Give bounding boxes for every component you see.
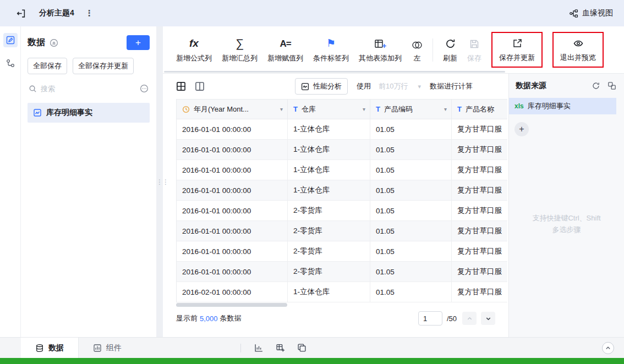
table-cell: 01.05 [370, 119, 452, 140]
column-header-1[interactable]: 年月(Year Mont...▾ [177, 100, 288, 119]
table-row: 2016-01-01 00:00:002-零货库01.05复方甘草口服 [177, 221, 507, 241]
data-table: 年月(Year Mont...▾T仓库▾T产品编码▾T产品名称▾ 2016-01… [176, 99, 507, 302]
bottom-bar-divider [240, 344, 241, 352]
table-cell: 2-零货库 [288, 241, 370, 262]
performance-analysis-button[interactable]: 性能分析 [295, 78, 348, 95]
performance-label: 性能分析 [313, 81, 342, 91]
save-button[interactable]: 保存 [467, 36, 481, 63]
formula-icon: fx [189, 36, 199, 49]
column-header-3[interactable]: T产品编码▾ [370, 100, 452, 119]
relation-rail-icon[interactable] [3, 56, 18, 70]
text-type-icon: T [457, 105, 462, 113]
refresh-button[interactable]: 刷新 [443, 36, 457, 63]
use-label: 使用 [357, 81, 371, 91]
save-all-update-button[interactable]: 全部保存并更新 [73, 58, 134, 74]
row-limit-select[interactable]: 前10万行 ▾ [379, 81, 421, 91]
save-and-update-label: 保存并更新 [499, 53, 535, 63]
exit-and-preview-button[interactable]: 退出并预览 [560, 36, 596, 63]
tab-component[interactable]: 组件 [79, 338, 136, 358]
next-page-button[interactable] [481, 312, 495, 325]
panel-splitter[interactable]: ⋮⋮ [156, 26, 163, 337]
search-options-icon[interactable] [140, 84, 149, 93]
chevron-down-icon: ▾ [418, 83, 421, 90]
add-step-button[interactable]: + [514, 122, 529, 136]
table-cell: 复方甘草口服 [452, 119, 507, 140]
data-sidebar: 数据 + 全部保存 全部保存并更新 库存明细事实 [21, 26, 156, 337]
table-cell: 2-零货库 [288, 201, 370, 221]
drag-handle-icon[interactable]: ⋮⋮ [156, 178, 163, 186]
left-icon-rail [0, 26, 21, 337]
update-history-icon[interactable] [592, 81, 600, 90]
column-header-4[interactable]: T产品名称▾ [452, 100, 507, 119]
save-and-update-button[interactable]: 保存并更新 [499, 36, 535, 63]
table-cell: 复方甘草口服 [452, 180, 507, 201]
add-summary-column-button[interactable]: ∑ 新增汇总列 [222, 36, 258, 63]
column-view-icon[interactable] [195, 81, 205, 91]
table-row: 2016-02-01 00:00:001-立体仓库01.05复方甘草口服 [177, 282, 507, 302]
text-type-icon: T [293, 105, 298, 113]
sigma-icon: ∑ [236, 36, 244, 49]
toolbar-scrollbar[interactable] [164, 71, 505, 73]
table-row: 2016-01-01 00:00:001-立体仓库01.05复方甘草口服 [177, 119, 507, 140]
save-icon [469, 36, 480, 49]
bar-chart-icon [93, 344, 102, 352]
table-footer: 显示前 5,000 条数据 /50 [163, 308, 508, 329]
condition-tag-column-button[interactable]: ⚑ 条件标签列 [313, 36, 349, 63]
row-count-suffix: 条数据 [220, 313, 242, 323]
horizontal-scrollbar[interactable] [176, 303, 287, 307]
search-icon [29, 85, 37, 93]
table-cell: 1-立体仓库 [288, 160, 370, 180]
annotation-box-exit-preview: 退出并预览 [552, 32, 604, 68]
source-step-inventory-fact[interactable]: xls 库存明细事实 [509, 98, 616, 114]
annotation-box-save-update: 保存并更新 [491, 32, 543, 68]
table-add-icon[interactable] [276, 343, 285, 352]
add-formula-column-button[interactable]: fx 新增公式列 [176, 36, 212, 63]
bottom-bar-spacer [0, 338, 21, 358]
add-table-button[interactable]: + [127, 35, 150, 50]
lineage-label: 血缘视图 [582, 8, 613, 18]
page-number-input[interactable] [418, 311, 442, 326]
condition-tag-label: 条件标签列 [313, 53, 349, 63]
lineage-view-button[interactable]: 血缘视图 [569, 8, 613, 18]
table-cell: 01.05 [370, 241, 452, 262]
tab-data[interactable]: 数据 [21, 338, 79, 358]
performance-icon [301, 82, 309, 91]
other-table-add-column-button[interactable]: 其他表添加列 [359, 36, 402, 63]
sidebar-item-inventory-fact[interactable]: 库存明细事实 [28, 103, 150, 123]
table-row: 2016-01-01 00:00:001-立体仓库01.05复方甘草口服 [177, 140, 507, 160]
xls-file-icon: xls [514, 102, 524, 110]
table-row: 2016-01-01 00:00:001-立体仓库01.05复方甘草口服 [177, 180, 507, 201]
row-limit-value: 前10万行 [379, 81, 408, 91]
lineage-icon [569, 9, 578, 18]
search-input[interactable] [41, 85, 136, 93]
compare-steps-icon[interactable] [607, 81, 616, 90]
tab-data-label: 数据 [48, 343, 64, 353]
table-cell: 复方甘草口服 [452, 160, 507, 180]
add-assign-column-button[interactable]: A= 新增赋值列 [267, 36, 303, 63]
add-formula-label: 新增公式列 [176, 53, 212, 63]
grid-view-icon[interactable] [176, 81, 186, 91]
merge-left-right-button[interactable]: 左 [412, 36, 423, 63]
save-all-button[interactable]: 全部保存 [28, 58, 67, 74]
table-cell: 2-零货库 [288, 262, 370, 282]
collapse-panel-icon[interactable] [602, 342, 614, 354]
bottom-tab-bar: 数据 组件 [0, 337, 624, 358]
chart-add-icon[interactable] [254, 343, 264, 352]
table-cell: 复方甘草口服 [452, 221, 507, 241]
data-edit-rail-icon[interactable] [3, 33, 18, 47]
table-row: 2016-01-01 00:00:002-零货库01.05复方甘草口服 [177, 201, 507, 221]
copy-steps-icon[interactable] [297, 343, 306, 352]
more-menu-icon[interactable]: ⋮ [85, 8, 94, 18]
previous-page-button[interactable] [462, 312, 477, 325]
exit-editor-icon[interactable] [15, 8, 26, 19]
column-header-2[interactable]: T仓库▾ [288, 100, 370, 119]
table-cell: 2016-01-01 00:00:00 [177, 201, 288, 221]
table-chart-icon [33, 108, 42, 117]
table-cell: 1-立体仓库 [288, 282, 370, 302]
column-filter-caret-icon[interactable]: ▾ [280, 106, 283, 112]
refresh-icon [445, 36, 456, 49]
collapse-sidebar-icon[interactable] [50, 38, 58, 47]
table-cell: 2016-01-01 00:00:00 [177, 262, 288, 282]
column-filter-caret-icon[interactable]: ▾ [444, 106, 447, 112]
column-filter-caret-icon[interactable]: ▾ [363, 106, 365, 112]
